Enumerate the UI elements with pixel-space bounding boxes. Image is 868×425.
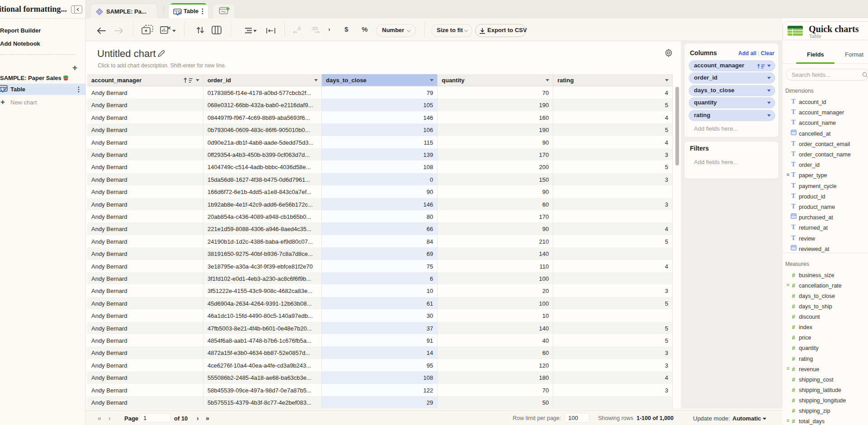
svg-text:.0: .0 — [297, 26, 301, 31]
svg-text:.00: .00 — [311, 26, 318, 31]
